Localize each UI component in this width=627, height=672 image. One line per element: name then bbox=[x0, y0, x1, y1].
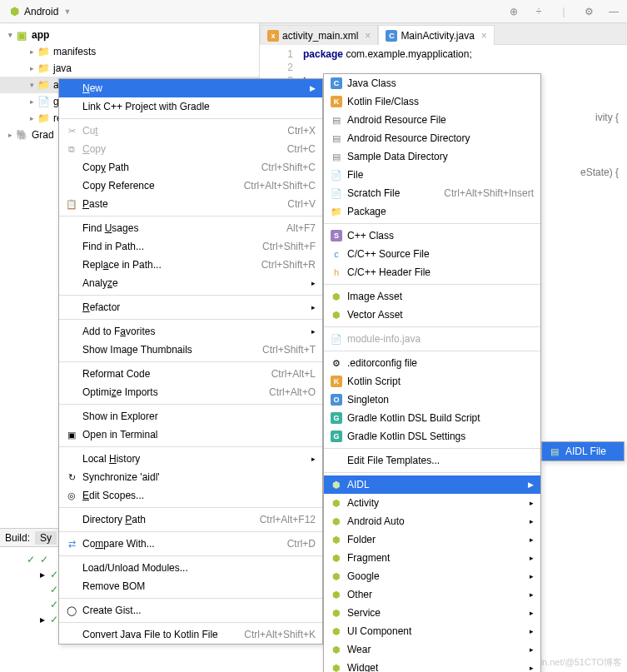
build-label: Build: bbox=[5, 532, 30, 544]
menu-synchronize[interactable]: ↻Synchronize 'aidl' bbox=[59, 468, 322, 486]
menu-other[interactable]: ⬢Other▸ bbox=[324, 585, 540, 604]
menu-wear[interactable]: ⬢Wear▸ bbox=[324, 640, 540, 659]
code-hint: eState) { bbox=[580, 167, 619, 180]
tree-app[interactable]: app bbox=[32, 29, 49, 41]
tab-mainactivity-java[interactable]: CMainActivity.java× bbox=[378, 25, 495, 45]
close-icon[interactable]: × bbox=[481, 30, 487, 42]
close-icon[interactable]: × bbox=[365, 30, 371, 42]
menu-copy-path[interactable]: Copy PathCtrl+Shift+C bbox=[59, 158, 322, 177]
menu-cpp-src[interactable]: cC/C++ Source File bbox=[324, 245, 540, 263]
menu-java-class[interactable]: CJava Class bbox=[324, 74, 540, 92]
menu-sample-dir[interactable]: ▤Sample Data Directory bbox=[324, 147, 540, 166]
xml-icon: x bbox=[267, 30, 279, 42]
menu-gradle-build[interactable]: GGradle Kotlin DSL Build Script bbox=[324, 409, 540, 427]
gradle-icon: 🐘 bbox=[15, 128, 28, 142]
menu-paste[interactable]: 📋PasteCtrl+V bbox=[59, 195, 322, 213]
menu-link-cpp[interactable]: Link C++ Project with Gradle bbox=[59, 97, 322, 116]
menu-copy[interactable]: ⧉CopyCtrl+C bbox=[59, 140, 322, 158]
separator: | bbox=[557, 5, 570, 18]
module-icon: ▣ bbox=[15, 28, 28, 42]
minimize-icon[interactable]: — bbox=[607, 5, 620, 18]
menu-dir-path[interactable]: Directory PathCtrl+Alt+F12 bbox=[59, 510, 322, 529]
menu-edit-scopes[interactable]: ◎Edit Scopes... bbox=[59, 486, 322, 505]
menu-module-info[interactable]: 📄module-info.java bbox=[324, 330, 540, 348]
folder-icon: 📁 bbox=[37, 45, 50, 58]
menu-local-history[interactable]: Local History▸ bbox=[59, 450, 322, 468]
tab-activity-xml[interactable]: xactivity_main.xml× bbox=[260, 25, 378, 45]
menu-create-gist[interactable]: ◯Create Gist... bbox=[59, 601, 322, 620]
menu-find-in-path[interactable]: Find in Path...Ctrl+Shift+F bbox=[59, 237, 322, 256]
folder-icon: 📄 bbox=[37, 95, 50, 108]
menu-find-usages[interactable]: Find UsagesAlt+F7 bbox=[59, 219, 322, 237]
android-icon: ⬢ bbox=[10, 5, 19, 17]
menu-favorites[interactable]: Add to Favorites▸ bbox=[59, 322, 322, 341]
menu-replace-in-path[interactable]: Replace in Path...Ctrl+Shift+R bbox=[59, 256, 322, 274]
menu-open-terminal[interactable]: ▣Open in Terminal bbox=[59, 426, 322, 444]
menu-activity[interactable]: ⬢Activity▸ bbox=[324, 494, 540, 512]
menu-convert-kotlin[interactable]: Convert Java File to Kotlin FileCtrl+Alt… bbox=[59, 625, 322, 644]
menu-file[interactable]: 📄File bbox=[324, 166, 540, 184]
editor-tabs: xactivity_main.xml× CMainActivity.java× bbox=[260, 23, 627, 45]
menu-edit-templates[interactable]: Edit File Templates... bbox=[324, 451, 540, 470]
menu-thumbnails[interactable]: Show Image ThumbnailsCtrl+Shift+T bbox=[59, 341, 322, 359]
menu-aidl[interactable]: ⬢AIDL▶ bbox=[324, 475, 540, 494]
menu-vector-asset[interactable]: ⬢Vector Asset bbox=[324, 306, 540, 324]
context-menu: New▶ Link C++ Project with Gradle ✂CutCt… bbox=[58, 78, 323, 645]
menu-kotlin-script[interactable]: KKotlin Script bbox=[324, 372, 540, 391]
tree-java[interactable]: java bbox=[53, 62, 72, 74]
menu-widget[interactable]: ⬢Widget▸ bbox=[324, 659, 540, 672]
menu-load-unload[interactable]: Load/Unload Modules... bbox=[59, 559, 322, 577]
menu-editorconfig[interactable]: ⚙.editorconfig file bbox=[324, 354, 540, 372]
menu-google[interactable]: ⬢Google▸ bbox=[324, 567, 540, 585]
menu-image-asset[interactable]: ⬢Image Asset bbox=[324, 287, 540, 306]
menu-res-file[interactable]: ▤Android Resource File bbox=[324, 111, 540, 129]
menu-cpp-class[interactable]: SC++ Class bbox=[324, 226, 540, 245]
tree-manifests[interactable]: manifests bbox=[53, 46, 96, 57]
menu-remove-bom[interactable]: Remove BOM bbox=[59, 577, 322, 595]
menu-package[interactable]: 📁Package bbox=[324, 202, 540, 221]
code-hint: ivity { bbox=[595, 112, 619, 125]
menu-android-auto[interactable]: ⬢Android Auto▸ bbox=[324, 512, 540, 530]
menu-singleton[interactable]: OSingleton bbox=[324, 391, 540, 409]
menu-kotlin-file[interactable]: KKotlin File/Class bbox=[324, 92, 540, 111]
menu-gradle-settings[interactable]: GGradle Kotlin DSL Settings bbox=[324, 427, 540, 446]
menu-scratch[interactable]: 📄Scratch FileCtrl+Alt+Shift+Insert bbox=[324, 184, 540, 202]
menu-folder[interactable]: ⬢Folder▸ bbox=[324, 530, 540, 549]
menu-cut[interactable]: ✂CutCtrl+X bbox=[59, 122, 322, 140]
build-tab-sync[interactable]: Sy bbox=[35, 531, 57, 545]
menu-analyze[interactable]: Analyze▸ bbox=[59, 274, 322, 292]
module-label: Android bbox=[24, 6, 58, 17]
menu-copy-ref[interactable]: Copy ReferenceCtrl+Alt+Shift+C bbox=[59, 177, 322, 195]
java-icon: C bbox=[386, 30, 397, 42]
folder-icon: 📁 bbox=[37, 112, 50, 125]
menu-aidl-file[interactable]: ▤AIDL File bbox=[542, 442, 624, 460]
folder-icon: 📁 bbox=[37, 78, 50, 92]
menu-optimize[interactable]: Optimize ImportsCtrl+Alt+O bbox=[59, 383, 322, 401]
menu-res-dir[interactable]: ▤Android Resource Directory bbox=[324, 129, 540, 147]
target-icon[interactable]: ⊕ bbox=[507, 5, 520, 18]
menu-new[interactable]: New▶ bbox=[59, 79, 322, 97]
tree-gradle[interactable]: Grad bbox=[32, 129, 54, 141]
menu-reformat[interactable]: Reformat CodeCtrl+Alt+L bbox=[59, 365, 322, 383]
gear-icon[interactable]: ⚙ bbox=[582, 5, 595, 18]
aidl-submenu: ▤AIDL File bbox=[541, 441, 625, 461]
menu-cpp-hdr[interactable]: hC/C++ Header File bbox=[324, 263, 540, 281]
module-selector[interactable]: ⬢ Android ▼ bbox=[3, 3, 77, 19]
menu-compare[interactable]: ⇄Compare With...Ctrl+D bbox=[59, 535, 322, 553]
folder-icon: 📁 bbox=[37, 62, 50, 75]
menu-fragment[interactable]: ⬢Fragment▸ bbox=[324, 549, 540, 567]
menu-refactor[interactable]: Refactor▸ bbox=[59, 298, 322, 316]
menu-service[interactable]: ⬢Service▸ bbox=[324, 604, 540, 622]
dropdown-icon: ▼ bbox=[63, 7, 71, 16]
divider-icon: ÷ bbox=[532, 5, 545, 18]
menu-show-explorer[interactable]: Show in Explorer bbox=[59, 407, 322, 426]
new-submenu: CJava Class KKotlin File/Class ▤Android … bbox=[323, 73, 541, 672]
menu-ui-component[interactable]: ⬢UI Component▸ bbox=[324, 622, 540, 640]
